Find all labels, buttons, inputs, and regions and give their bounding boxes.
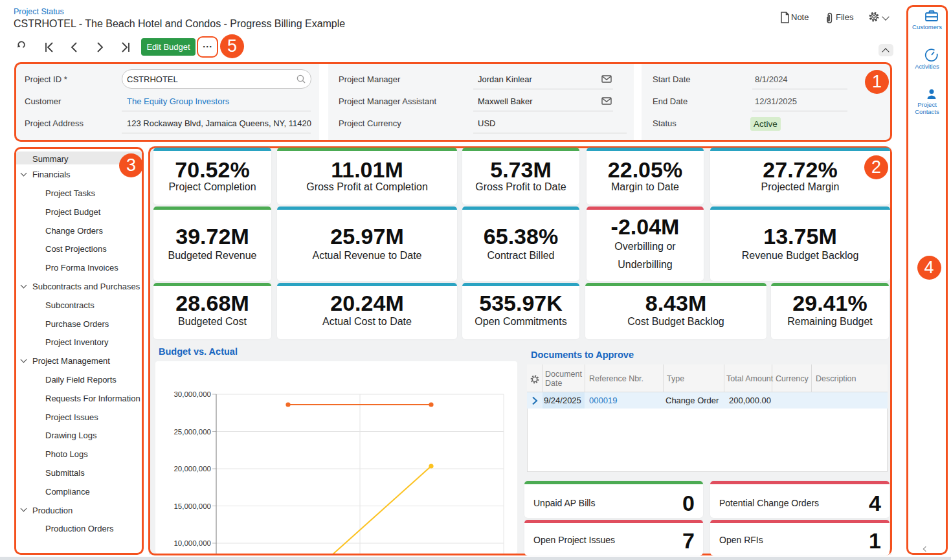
svg-text:30,000,000: 30,000,000 [173,390,211,398]
svg-text:10,000,000: 10,000,000 [173,539,211,547]
svg-text:25,000,000: 25,000,000 [173,428,211,436]
svg-text:15,000,000: 15,000,000 [173,502,211,510]
svg-text:20,000,000: 20,000,000 [173,465,211,473]
